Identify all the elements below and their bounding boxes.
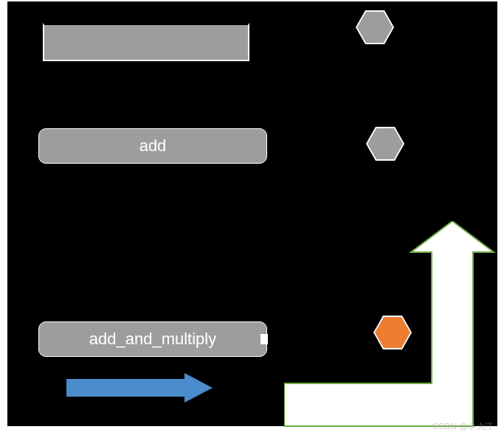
hexagon-mid (367, 128, 403, 159)
watermark: CSDN @水火汪 (432, 421, 494, 432)
add-and-multiply-label: add_and_multiply (89, 330, 216, 349)
blue-arrow-icon (66, 373, 213, 403)
hexagon-mid-wrap (366, 127, 404, 161)
svg-marker-1 (284, 221, 494, 426)
box-notch (260, 334, 268, 344)
top-grey-rect (43, 23, 249, 61)
svg-marker-0 (66, 373, 213, 403)
add-label: add (139, 136, 167, 156)
add-and-multiply-box: add_and_multiply (38, 321, 267, 357)
hexagon-top-wrap (356, 10, 394, 44)
hexagon-top (357, 12, 393, 43)
diagram-frame: add add_and_multiply (7, 1, 497, 426)
add-box: add (38, 128, 267, 164)
green-l-arrow-icon (284, 221, 498, 428)
